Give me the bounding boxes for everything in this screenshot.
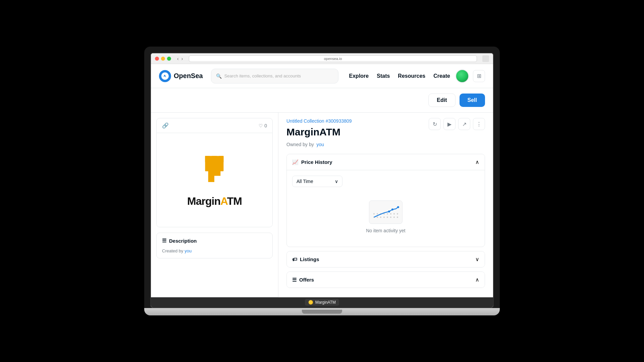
collection-link[interactable]: Untitled Collection #300933809 (286, 118, 352, 124)
nft-artwork: MarginATM (187, 153, 242, 207)
minimize-button[interactable] (161, 57, 165, 61)
nav-links: Explore Stats Resources Create (349, 73, 450, 79)
laptop-notch (302, 310, 342, 314)
svg-point-14 (397, 217, 398, 218)
right-top-header: Untitled Collection #300933809 MarginATM… (286, 118, 485, 154)
laptop-base (144, 308, 500, 315)
svg-rect-2 (219, 156, 224, 162)
refresh-button[interactable]: ↻ (429, 118, 441, 130)
tab-icon (482, 55, 489, 62)
right-top-info: Untitled Collection #300933809 MarginATM… (286, 118, 429, 154)
svg-point-23 (397, 206, 399, 208)
offers-header-left: ☰ Offers (292, 277, 314, 283)
nft-title-image: MarginATM (187, 195, 242, 207)
close-button[interactable] (155, 57, 159, 61)
svg-point-19 (387, 213, 388, 215)
like-button[interactable]: ♡ 0 (259, 122, 267, 129)
svg-point-22 (397, 213, 398, 215)
taskbar-tab[interactable]: 🟡 MarginATM (305, 299, 339, 306)
svg-rect-3 (212, 156, 217, 162)
more-button[interactable]: ⋮ (473, 118, 485, 130)
search-placeholder: Search items, collections, and accounts (224, 73, 301, 78)
nft-image-body: MarginATM (157, 133, 272, 227)
heart-icon: ♡ (259, 123, 263, 128)
main-content: Edit Sell 🔗 ♡ 0 (151, 88, 493, 297)
empty-chart: No item activity yet (292, 192, 479, 241)
nav-resources[interactable]: Resources (398, 73, 425, 79)
address-bar[interactable]: opensea.io (189, 55, 477, 62)
price-history-title: Price History (301, 159, 332, 165)
maximize-button[interactable] (167, 57, 171, 61)
taskbar-icon: 🟡 (308, 300, 313, 305)
nft-icon (196, 153, 233, 190)
sell-button[interactable]: Sell (460, 94, 485, 107)
transfer-button[interactable]: ▶ (443, 118, 455, 130)
description-icon: ☰ (162, 238, 166, 244)
time-filter-chevron: ∨ (335, 179, 338, 184)
nav-stats[interactable]: Stats (377, 73, 390, 79)
svg-point-15 (373, 213, 375, 215)
right-panel: Untitled Collection #300933809 MarginATM… (278, 113, 493, 297)
svg-point-9 (380, 217, 381, 218)
opensea-logo-text: OpenSea (174, 72, 203, 80)
svg-point-13 (393, 217, 395, 218)
nft-image-toolbar: 🔗 ♡ 0 (157, 118, 272, 133)
svg-rect-4 (208, 170, 214, 182)
share-button[interactable]: ↗ (458, 118, 470, 130)
opensea-logo-icon (159, 70, 171, 82)
wallet-button[interactable]: ⊞ (473, 70, 485, 82)
link-icon[interactable]: 🔗 (162, 122, 169, 129)
traffic-lights (155, 57, 171, 61)
nav-right: ⊞ (455, 69, 485, 83)
search-icon: 🔍 (216, 73, 222, 79)
description-header[interactable]: ☰ Description (157, 233, 272, 248)
created-by-link[interactable]: you (184, 248, 192, 253)
price-history-chevron (475, 159, 479, 165)
offers-chevron (475, 277, 479, 283)
svg-point-25 (388, 210, 390, 213)
owned-by-link[interactable]: you (317, 142, 324, 147)
svg-point-21 (393, 213, 395, 215)
item-actions: ↻ ▶ ↗ ⋮ (429, 118, 485, 130)
time-filter-dropdown[interactable]: All Time ∨ (292, 176, 342, 187)
address-text: opensea.io (324, 57, 342, 61)
listings-section: 🏷 Listings (286, 251, 485, 267)
listings-header-left: 🏷 Listings (292, 256, 319, 262)
offers-section: ☰ Offers (286, 272, 485, 288)
forward-button[interactable]: › (181, 56, 184, 61)
search-bar[interactable]: 🔍 Search items, collections, and account… (211, 69, 338, 83)
tag-icon: 🏷 (292, 256, 297, 262)
item-layout: 🔗 ♡ 0 (151, 113, 493, 297)
chart-svg (371, 202, 401, 222)
svg-point-8 (377, 217, 378, 218)
nav-explore[interactable]: Explore (349, 73, 369, 79)
svg-rect-5 (214, 170, 220, 176)
svg-point-24 (391, 208, 393, 210)
edit-button[interactable]: Edit (428, 94, 455, 107)
svg-point-20 (390, 213, 391, 215)
owned-by: Owned by by you (286, 142, 429, 147)
avatar[interactable] (455, 69, 469, 83)
chart-icon: 📈 (292, 159, 299, 165)
offers-icon: ☰ (292, 277, 297, 283)
back-button[interactable]: ‹ (176, 56, 179, 61)
title-bar: ‹ › opensea.io (151, 53, 493, 64)
listings-chevron (475, 256, 479, 262)
description-section: ☰ Description Created by you (156, 233, 273, 258)
svg-point-10 (383, 217, 385, 218)
svg-rect-1 (205, 156, 210, 162)
listings-header[interactable]: 🏷 Listings (287, 251, 485, 267)
taskbar: 🟡 MarginATM (151, 297, 493, 307)
opensea-logo[interactable]: OpenSea (159, 70, 203, 82)
price-history-body: All Time ∨ (287, 170, 485, 247)
svg-point-12 (390, 217, 391, 218)
time-filter-value: All Time (297, 179, 313, 184)
nav-create[interactable]: Create (433, 73, 450, 79)
price-history-section: 📈 Price History All Time ∨ (286, 154, 485, 247)
price-history-header-left: 📈 Price History (292, 159, 332, 165)
taskbar-label: MarginATM (315, 300, 336, 305)
offers-header[interactable]: ☰ Offers (287, 272, 485, 288)
price-history-header[interactable]: 📈 Price History (287, 154, 485, 170)
like-count: 0 (264, 123, 267, 128)
svg-point-16 (377, 213, 378, 215)
